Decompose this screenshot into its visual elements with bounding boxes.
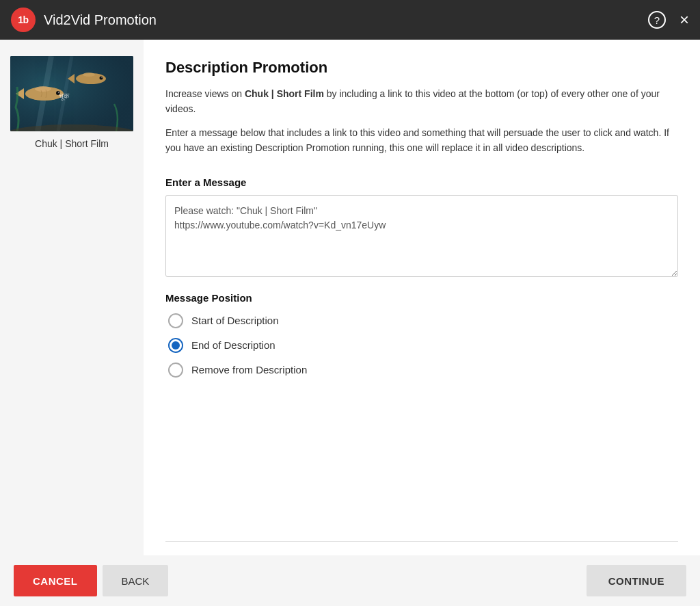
continue-button[interactable]: CONTINUE bbox=[587, 565, 686, 596]
content-panel: Description Promotion Increase views on … bbox=[144, 40, 700, 555]
logo-text: 1b bbox=[18, 14, 28, 25]
titlebar: 1b Vid2Vid Promotion ? × bbox=[0, 0, 700, 40]
section-title: Description Promotion bbox=[165, 59, 678, 77]
position-label: Message Position bbox=[165, 292, 678, 304]
svg-point-14 bbox=[101, 77, 103, 78]
svg-point-7 bbox=[35, 86, 51, 92]
radio-remove-circle bbox=[168, 363, 183, 378]
radio-group: Start of Description End of Description … bbox=[168, 313, 678, 378]
titlebar-actions: ? × bbox=[648, 10, 689, 29]
message-field-label: Enter a Message bbox=[165, 176, 678, 188]
app-window: 1b Vid2Vid Promotion ? × bbox=[0, 0, 700, 606]
footer-divider bbox=[165, 541, 678, 542]
description-paragraph-2: Enter a message below that includes a li… bbox=[165, 125, 678, 156]
description-paragraph-1: Increase views on Chuk | Short Film by i… bbox=[165, 86, 678, 117]
help-icon[interactable]: ? bbox=[648, 11, 666, 29]
radio-end-label: End of Description bbox=[191, 339, 275, 351]
message-textarea[interactable]: Please watch: "Chuk | Short Film" https:… bbox=[165, 195, 678, 277]
app-logo: 1b bbox=[11, 8, 36, 32]
radio-end-inner bbox=[172, 341, 180, 350]
svg-point-13 bbox=[100, 77, 103, 80]
radio-end[interactable]: End of Description bbox=[168, 338, 678, 353]
video-name-bold: Chuk | Short Film bbox=[245, 88, 324, 99]
video-thumbnail: चूक bbox=[10, 56, 133, 131]
close-icon[interactable]: × bbox=[679, 10, 689, 29]
footer: CANCEL BACK CONTINUE bbox=[0, 555, 700, 606]
svg-text:चूक: चूक bbox=[58, 92, 70, 101]
radio-remove-label: Remove from Description bbox=[191, 364, 307, 376]
radio-remove[interactable]: Remove from Description bbox=[168, 363, 678, 378]
main-content: चूक Chuk | Short Film Description Promot… bbox=[0, 40, 700, 555]
back-button[interactable]: BACK bbox=[103, 565, 169, 596]
video-title: Chuk | Short Film bbox=[35, 138, 109, 149]
radio-start-label: Start of Description bbox=[191, 315, 279, 326]
svg-point-12 bbox=[83, 73, 95, 77]
radio-start[interactable]: Start of Description bbox=[168, 313, 678, 328]
cancel-button[interactable]: CANCEL bbox=[14, 565, 97, 596]
sidebar: चूक Chuk | Short Film bbox=[0, 40, 144, 555]
app-title: Vid2Vid Promotion bbox=[44, 12, 648, 28]
footer-left-buttons: CANCEL BACK bbox=[14, 565, 168, 596]
radio-end-circle bbox=[168, 338, 183, 353]
radio-start-circle bbox=[168, 313, 183, 328]
